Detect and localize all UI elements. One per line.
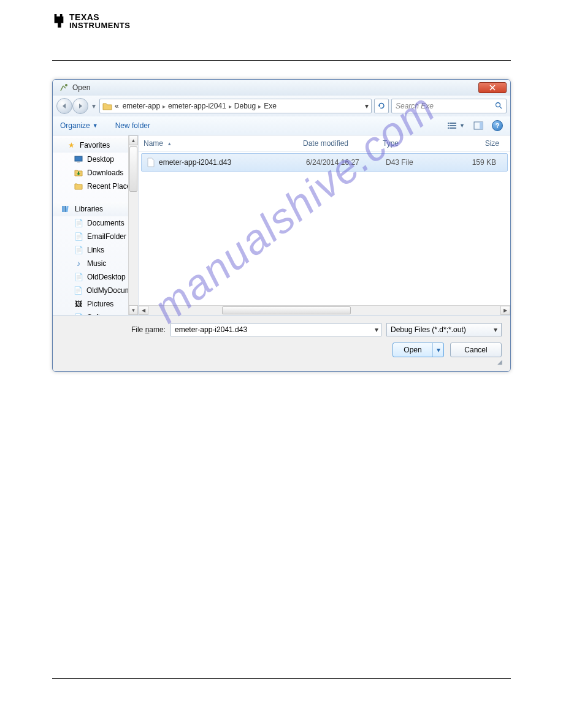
svg-rect-8 <box>450 127 456 129</box>
nav-item-documents[interactable]: 📄Documents <box>53 216 138 230</box>
breadcrumb-item-3[interactable]: Exe <box>262 102 278 110</box>
nav-item-links[interactable]: 📄Links <box>53 243 138 257</box>
chevron-right-icon: ▸ <box>229 103 232 110</box>
search-icon <box>495 102 502 111</box>
breadcrumb-item-1[interactable]: emeter-app-i2041 <box>167 102 228 110</box>
breadcrumb-prefix: « <box>113 102 120 110</box>
file-icon <box>147 157 155 167</box>
svg-rect-13 <box>62 206 64 212</box>
titlebar: Open <box>53 80 510 96</box>
address-bar[interactable]: « emeter-app▸ emeter-app-i2041▸ Debug▸ E… <box>99 99 372 113</box>
dialog-footer: File name: emeter-app-i2041.d43 ▾ Debug … <box>53 316 510 371</box>
nav-item-recent-places[interactable]: Recent Places <box>53 180 138 193</box>
document-icon: 📄 <box>74 313 83 315</box>
nav-item-oldmydocuments[interactable]: 📄OldMyDocument <box>53 284 138 297</box>
filename-value: emeter-app-i2041.d43 <box>175 325 247 334</box>
brand-line-2: INSTRUMENTS <box>69 21 130 29</box>
recent-icon <box>74 181 83 191</box>
help-button[interactable]: ? <box>492 120 503 131</box>
new-folder-button[interactable]: New folder <box>115 121 150 130</box>
document-icon: 📄 <box>74 218 83 228</box>
scroll-track[interactable] <box>129 145 138 305</box>
arrow-right-icon <box>77 103 83 109</box>
file-row[interactable]: emeter-app-i2041.d43 6/24/2014 16:27 D43… <box>141 153 508 172</box>
file-filter-select[interactable]: Debug Files (*.d*;*.out) ▾ <box>386 323 502 336</box>
nav-item-downloads[interactable]: Downloads <box>53 166 138 180</box>
breadcrumb-item-0[interactable]: emeter-app <box>121 102 161 110</box>
arrow-left-icon <box>61 103 67 109</box>
organize-button[interactable]: Organize▼ <box>60 121 98 130</box>
music-icon: ♪ <box>74 259 83 268</box>
pictures-icon: 🖼 <box>74 299 83 309</box>
nav-item-music[interactable]: ♪Music <box>53 257 138 270</box>
app-icon <box>59 83 69 93</box>
document-icon: 📄 <box>74 245 83 255</box>
nav-item-emailfolder[interactable]: 📄EmailFolder <box>53 230 138 243</box>
filename-dropdown[interactable]: ▾ <box>375 325 378 334</box>
file-type: D43 File <box>386 158 453 167</box>
nav-forward-button[interactable] <box>72 98 88 114</box>
view-options-button[interactable]: ▼ <box>447 121 465 130</box>
svg-rect-12 <box>77 162 80 162</box>
cancel-button[interactable]: Cancel <box>450 343 502 357</box>
nav-item-desktop[interactable]: Desktop <box>53 153 138 166</box>
libraries-icon <box>61 204 71 214</box>
column-name[interactable]: Name▴ <box>144 139 303 148</box>
nav-item-olddesktop[interactable]: 📄OldDesktop <box>53 270 138 284</box>
open-split-dropdown[interactable]: ▾ <box>432 343 443 357</box>
column-date[interactable]: Date modified <box>303 139 383 148</box>
hscroll-track[interactable] <box>148 306 500 315</box>
open-button[interactable]: Open ▾ <box>393 343 444 357</box>
preview-pane-button[interactable] <box>473 121 483 130</box>
svg-rect-10 <box>480 122 483 129</box>
ti-logo: TEXAS INSTRUMENTS <box>52 12 511 29</box>
nav-back-button[interactable] <box>56 98 72 114</box>
nav-row: ▾ « emeter-app▸ emeter-app-i2041▸ Debug▸… <box>53 96 510 116</box>
file-date: 6/24/2014 16:27 <box>306 158 386 167</box>
filelist-hscrollbar[interactable]: ◀ ▶ <box>139 305 510 315</box>
file-list-header: Name▴ Date modified Type Size <box>139 135 510 152</box>
filter-value: Debug Files (*.d*;*.out) <box>391 325 466 334</box>
file-list: Name▴ Date modified Type Size emeter-app… <box>139 135 510 315</box>
file-size: 159 KB <box>453 158 502 167</box>
hscroll-left-button[interactable]: ◀ <box>139 306 148 315</box>
downloads-icon <box>74 168 83 178</box>
refresh-button[interactable] <box>374 99 389 113</box>
svg-rect-6 <box>450 125 456 126</box>
search-input[interactable]: Search Exe <box>391 99 507 113</box>
svg-rect-7 <box>448 127 450 129</box>
hscroll-right-button[interactable]: ▶ <box>500 306 510 315</box>
navpane-scrollbar[interactable]: ▲ ▼ <box>128 135 138 315</box>
resize-grip[interactable]: ◢ <box>61 357 502 365</box>
bottom-rule <box>52 678 511 679</box>
hscroll-thumb[interactable] <box>222 306 351 314</box>
nav-favorites-header[interactable]: ★ Favorites <box>53 138 138 153</box>
search-placeholder: Search Exe <box>396 102 434 110</box>
chevron-right-icon: ▸ <box>258 103 261 110</box>
filename-label: File name: <box>61 325 166 334</box>
close-icon <box>489 85 496 91</box>
breadcrumb-item-2[interactable]: Debug <box>233 102 257 110</box>
document-icon: 📄 <box>74 286 83 295</box>
top-rule <box>52 60 511 61</box>
dialog-title: Open <box>72 83 90 92</box>
nav-libraries-header[interactable]: Libraries <box>53 202 138 216</box>
scroll-thumb[interactable] <box>129 146 137 192</box>
document-icon: 📄 <box>74 272 83 282</box>
svg-rect-11 <box>75 156 82 161</box>
column-type[interactable]: Type <box>383 139 450 148</box>
scroll-down-button[interactable]: ▼ <box>129 305 138 315</box>
column-size[interactable]: Size <box>450 139 505 148</box>
nav-item-software[interactable]: 📄Software <box>53 311 138 315</box>
sort-caret-icon: ▴ <box>168 140 171 146</box>
address-dropdown[interactable]: ▾ <box>365 102 369 110</box>
ti-chip-icon <box>52 12 66 29</box>
desktop-icon <box>74 154 83 164</box>
nav-history-dropdown[interactable]: ▾ <box>91 102 97 110</box>
close-button[interactable] <box>478 82 507 93</box>
svg-rect-4 <box>450 123 456 124</box>
scroll-up-button[interactable]: ▲ <box>129 135 138 145</box>
nav-item-pictures[interactable]: 🖼Pictures <box>53 297 138 311</box>
filename-input[interactable]: emeter-app-i2041.d43 ▾ <box>170 323 381 336</box>
brand-line-1: TEXAS <box>69 13 130 21</box>
